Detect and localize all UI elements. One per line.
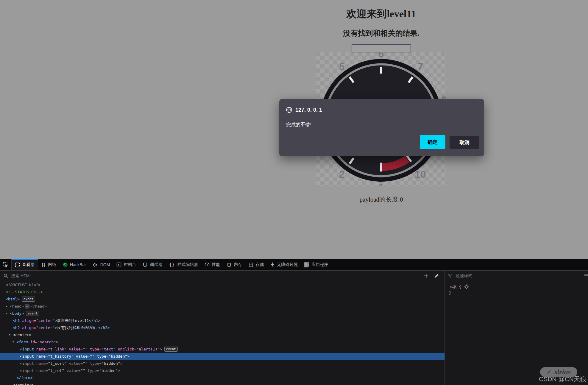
alert-dialog: 127. 0. 0. 1 完成的不错! 确定 取消 — [279, 99, 484, 156]
page-title: 欢迎来到level11 — [257, 7, 506, 21]
code-token: type= — [88, 361, 102, 366]
expand-arrow[interactable]: ▼ — [6, 310, 7, 317]
rule-selector: 元素 — [449, 284, 457, 289]
alert-message: 完成的不错! — [286, 122, 311, 128]
clock-number: 10 — [415, 169, 426, 180]
tree-node[interactable]: <input name="t_link" value="" type="text… — [0, 346, 444, 353]
code-token: > — [118, 368, 120, 373]
markup-search — [4, 271, 393, 281]
watermark-logo-icon — [547, 370, 552, 375]
watermark: slrius CSDN @CN天狼 — [539, 367, 586, 383]
expand-arrow[interactable]: ▼ — [9, 331, 10, 339]
tree-node[interactable]: ▼<form id="search"> — [0, 339, 444, 346]
event-badge[interactable]: event — [22, 297, 35, 302]
code-token: </head> — [30, 304, 47, 308]
tree-node[interactable]: <html>event — [0, 296, 444, 303]
globe-icon — [286, 107, 292, 113]
clock-number: 5 — [339, 61, 345, 72]
tab-console[interactable]: 控制台 — [113, 259, 139, 270]
tab-accessibility[interactable]: 无障碍环境 — [267, 259, 301, 270]
code-token: <center> — [13, 333, 32, 337]
code-token: "t_history" — [48, 354, 74, 358]
style-filter-input[interactable] — [455, 273, 569, 278]
tab-label: 无障碍环境 — [277, 262, 298, 267]
memory-icon — [227, 262, 232, 267]
rule-open-brace: { — [459, 284, 461, 289]
filter-funnel-icon — [448, 274, 453, 278]
tab-application[interactable]: 应用程序 — [301, 259, 331, 270]
tab-label: 控制台 — [124, 262, 136, 267]
devtools-panel: 查看器网络HackBarDOM控制台调试器{}样式编辑器性能内存存储无障碍环境应… — [0, 259, 588, 385]
tab-style-editor[interactable]: {}样式编辑器 — [166, 259, 201, 270]
code-token: "center" — [36, 318, 55, 323]
screenshot-root: { "page": { "title": "欢迎来到level11", "sub… — [0, 0, 588, 385]
code-token: <h1 — [13, 318, 20, 323]
alert-cancel-button[interactable]: 取消 — [450, 136, 479, 149]
code-token: > — [160, 347, 162, 351]
tab-label: 存储 — [255, 262, 264, 267]
markup-search-input[interactable] — [10, 273, 393, 278]
tree-node[interactable]: <h2 align="center">没有找到和相关的结果.</h2> — [0, 324, 444, 331]
plus-icon — [424, 274, 428, 278]
pick-element-button[interactable] — [0, 259, 12, 270]
search-text-input[interactable] — [352, 44, 411, 52]
performance-icon — [205, 262, 210, 267]
tab-memory[interactable]: 内存 — [223, 259, 245, 270]
tree-node[interactable]: <input name="t_history" value="" type="h… — [0, 353, 444, 360]
code-token: "alert(1)" — [136, 347, 160, 351]
pick-element-icon — [3, 262, 9, 268]
color-picker-button[interactable] — [434, 271, 439, 281]
code-token: "t_ref" — [48, 368, 64, 373]
code-token: "hidden" — [99, 368, 118, 373]
tab-dom[interactable]: DOM — [89, 259, 113, 270]
tab-storage[interactable]: 存储 — [245, 259, 267, 270]
tree-node[interactable]: ▼<center> — [0, 331, 444, 339]
code-token: name= — [34, 361, 48, 366]
eyedropper-icon — [434, 273, 439, 278]
code-token: </h2> — [98, 325, 110, 330]
tab-hackbar[interactable]: HackBar — [60, 259, 89, 270]
code-token: > — [55, 325, 57, 330]
add-rule-button[interactable] — [424, 271, 428, 281]
debugger-icon — [143, 262, 148, 267]
tree-node[interactable]: </center> — [0, 381, 444, 385]
tab-network[interactable]: 网络 — [38, 259, 60, 270]
code-token: value= — [67, 361, 83, 366]
event-badge[interactable]: event — [164, 347, 178, 352]
tree-node[interactable]: <!--STATUS OK--> — [0, 289, 444, 296]
application-icon — [304, 262, 309, 267]
tab-inspector[interactable]: 查看器 — [12, 259, 38, 270]
svg-text:{}: {} — [169, 262, 174, 267]
code-token: "hidden" — [108, 354, 127, 358]
code-token: </h1> — [89, 318, 101, 323]
tree-node[interactable]: ▶<head>⋯</head> — [0, 303, 444, 310]
code-token: <!--STATUS OK--> — [6, 290, 43, 294]
rule-close-brace: } — [449, 290, 588, 296]
toolbar-overflow-icon[interactable] — [584, 273, 588, 278]
code-token: type= — [85, 368, 99, 373]
highlight-target-icon[interactable] — [464, 284, 469, 289]
code-token: "t_sort" — [48, 361, 67, 366]
tree-node[interactable]: </form> — [0, 374, 444, 381]
tree-node[interactable]: <input name="t_sort" value="" type="hidd… — [0, 360, 444, 367]
collapsed-content-badge[interactable]: ⋯ — [25, 304, 29, 308]
code-token: <head> — [10, 304, 24, 308]
tree-node[interactable]: <h1 align="center">欢迎来到level11</h1> — [0, 317, 444, 324]
tab-debugger[interactable]: 调试器 — [139, 259, 166, 270]
code-token: align= — [20, 318, 36, 323]
tree-node[interactable]: <input name="t_ref" value="" type="hidde… — [0, 367, 444, 374]
tab-performance[interactable]: 性能 — [201, 259, 223, 270]
code-token: <form — [16, 340, 28, 344]
inspector-toolbar — [0, 270, 588, 281]
tree-node[interactable]: ▼<body>event — [0, 310, 444, 317]
code-token: > — [120, 361, 123, 366]
code-token: <body> — [10, 311, 24, 316]
tree-node[interactable]: <!DOCTYPE html> — [0, 281, 444, 289]
code-token: <html> — [6, 297, 20, 301]
alert-ok-button[interactable]: 确定 — [420, 135, 445, 149]
expand-arrow[interactable]: ▼ — [13, 339, 14, 346]
panel-divider[interactable] — [444, 270, 445, 385]
expand-arrow[interactable]: ▶ — [6, 303, 7, 310]
console-icon — [116, 262, 121, 267]
event-badge[interactable]: event — [26, 311, 39, 316]
